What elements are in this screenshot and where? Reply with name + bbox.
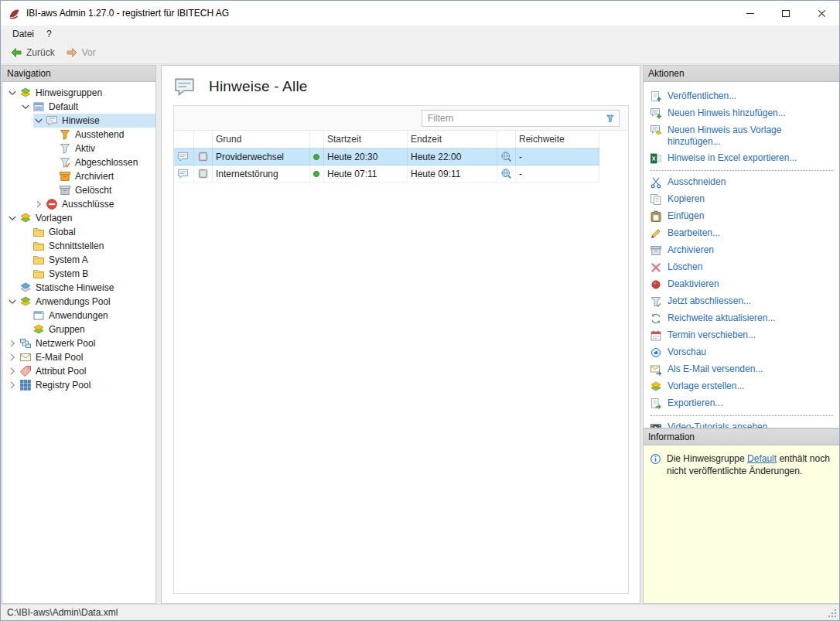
default-group-link[interactable]: Default (747, 453, 777, 464)
minimize-button[interactable] (732, 1, 768, 26)
chevron-right-icon[interactable] (33, 199, 44, 210)
tree-indent (2, 267, 20, 281)
column-status[interactable] (310, 131, 324, 148)
resize-grip-icon[interactable] (828, 609, 838, 619)
delete-cross-icon (650, 261, 662, 274)
action-neuen-hinweis-hinzuf-gen[interactable]: Neuen Hinweis hinzufügen... (650, 105, 833, 122)
layers-yellow-icon (19, 212, 32, 224)
column-grund[interactable]: Grund (213, 131, 310, 148)
main-panel: Hinweise - Alle Grund Startzeit Endzeit (161, 65, 640, 604)
tree-item-hinweisgruppen[interactable]: Hinweisgruppen (2, 86, 155, 100)
tree-item-label: Hinweisgruppen (33, 87, 105, 98)
tree-item-ausstehend[interactable]: Ausstehend (2, 128, 155, 142)
tree-item-registry-pool[interactable]: Registry Pool (2, 378, 155, 392)
tree-item-anwendungs-pool[interactable]: Anwendungs Pool (2, 295, 155, 309)
tree-item-vorlagen[interactable]: Vorlagen (2, 211, 155, 225)
tree-item-aktiv[interactable]: Aktiv (2, 142, 155, 155)
tree-item-netzwerk-pool[interactable]: Netzwerk Pool (2, 336, 155, 350)
chevron-down-icon[interactable] (7, 296, 18, 307)
tree-item-gruppen[interactable]: Gruppen (2, 322, 155, 336)
mail-send-icon (650, 363, 662, 376)
chevron-down-icon[interactable] (7, 87, 18, 98)
information-panel-header: Information (644, 429, 839, 445)
tree-item-label: Gelöscht (73, 185, 114, 196)
tree-item-global[interactable]: Global (2, 225, 155, 239)
tree-item-hinweise[interactable]: Hinweise (2, 114, 155, 128)
column-reichweite[interactable]: Reichweite (516, 131, 599, 148)
tree-item-default[interactable]: Default (2, 100, 155, 114)
action-reichweite-aktualisieren[interactable]: Reichweite aktualisieren... (650, 310, 833, 327)
tree-item-ausschl-sse[interactable]: Ausschlüsse (2, 197, 155, 211)
action-exportieren[interactable]: Exportieren... (650, 395, 833, 412)
display-icon (194, 165, 213, 182)
toolbar: Zurück Vor (1, 42, 839, 64)
action-hinweise-in-excel-exportieren[interactable]: Hinweise in Excel exportieren... (650, 150, 833, 167)
tree-item-content: Anwendungs Pool (7, 295, 155, 309)
filter-input[interactable] (422, 111, 619, 126)
tree-item-abgeschlossen[interactable]: Abgeschlossen (2, 155, 155, 169)
action-als-e-mail-versenden[interactable]: Als E-Mail versenden... (650, 361, 833, 378)
maximize-button[interactable] (768, 1, 804, 26)
tree-item-system-a[interactable]: System A (2, 253, 155, 267)
tree-indent (2, 197, 33, 211)
action-jetzt-abschliessen[interactable]: Jetzt abschliessen... (650, 293, 833, 310)
filter-funnel-icon[interactable] (605, 113, 616, 124)
menu-item-datei[interactable]: Datei (6, 26, 40, 42)
tree-item-content: Gelöscht (46, 183, 155, 197)
forward-button[interactable]: Vor (60, 44, 101, 61)
action-vorlage-erstellen[interactable]: Vorlage erstellen... (650, 378, 833, 395)
action-termin-verschieben[interactable]: Termin verschieben... (650, 327, 833, 344)
action-archivieren[interactable]: Archivieren (650, 242, 833, 259)
tree-item-label: Schnittstellen (46, 241, 107, 251)
chevron-down-icon[interactable] (33, 115, 44, 126)
tree-indent (2, 155, 46, 169)
chevron-down-icon[interactable] (7, 213, 18, 223)
title-bar: IBI-aws Admin 1.27.0 - registriert für I… (1, 1, 839, 26)
menu-item-[interactable]: ? (40, 26, 58, 42)
filter-done-icon (59, 156, 71, 169)
back-button[interactable]: Zurück (5, 44, 60, 61)
info-icon (650, 453, 661, 465)
tree-item-statische-hinweise[interactable]: Statische Hinweise (2, 281, 155, 295)
tree-item-attribut-pool[interactable]: Attribut Pool (2, 364, 155, 378)
tree-item-gel-scht[interactable]: Gelöscht (2, 183, 155, 197)
close-button[interactable] (804, 1, 839, 26)
actions-panel: Aktionen Veröffentlichen...Neuen Hinweis… (643, 65, 840, 428)
column-display-icon[interactable] (194, 131, 213, 148)
column-scope-icon[interactable] (497, 131, 516, 148)
action-einf-gen[interactable]: Einfügen (650, 208, 833, 225)
action-bearbeiten[interactable]: Bearbeiten... (650, 225, 833, 242)
action-video-tutorials-ansehen[interactable]: Video-Tutorials ansehen... (650, 419, 833, 428)
chevron-right-icon[interactable] (7, 338, 18, 349)
chevron-right-icon[interactable] (7, 352, 18, 363)
scope-globe-icon (497, 165, 516, 182)
film-strip-icon (650, 421, 662, 428)
action-neuen-hinweis-aus-vorlage-hinzuf-gen[interactable]: Neuen Hinweis aus Vorlage hinzufügen... (650, 122, 833, 150)
tree-item-anwendungen[interactable]: Anwendungen (2, 309, 155, 322)
chevron-down-icon[interactable] (20, 101, 31, 112)
table-row-internetst-rung[interactable]: InternetstörungHeute 07:11Heute 09:11- (174, 165, 599, 183)
column-startzeit[interactable]: Startzeit (324, 131, 408, 148)
action-label: Bearbeiten... (668, 227, 720, 239)
action-vorschau[interactable]: Vorschau (650, 344, 833, 361)
action-kopieren[interactable]: Kopieren (650, 191, 833, 208)
table-row-providerwechsel[interactable]: ProviderwechselHeute 20:30Heute 22:00- (174, 148, 599, 165)
tree-item-schnittstellen[interactable]: Schnittstellen (2, 239, 155, 253)
status-path: C:\IBI-aws\Admin\Data.xml (7, 607, 118, 618)
tree-item-content: Schnittstellen (20, 239, 155, 253)
tree-item-system-b[interactable]: System B (2, 267, 155, 281)
action-l-schen[interactable]: Löschen (650, 259, 833, 276)
action-ver-ffentlichen[interactable]: Veröffentlichen... (650, 88, 833, 105)
tree-item-archiviert[interactable]: Archiviert (2, 169, 155, 183)
chevron-right-icon[interactable] (7, 380, 18, 391)
action-label: Vorschau (668, 346, 706, 358)
column-endzeit[interactable]: Endzeit (408, 131, 497, 148)
app-window-icon (32, 309, 45, 322)
chevron-right-icon[interactable] (7, 366, 18, 377)
column-note-icon[interactable] (174, 131, 194, 148)
action-ausschneiden[interactable]: Ausschneiden (650, 174, 833, 191)
action-deaktivieren[interactable]: Deaktivieren (650, 276, 833, 293)
action-label: Deaktivieren (668, 278, 719, 290)
tree-item-e-mail-pool[interactable]: E-Mail Pool (2, 350, 155, 364)
tree-item-label: Gruppen (46, 324, 88, 335)
